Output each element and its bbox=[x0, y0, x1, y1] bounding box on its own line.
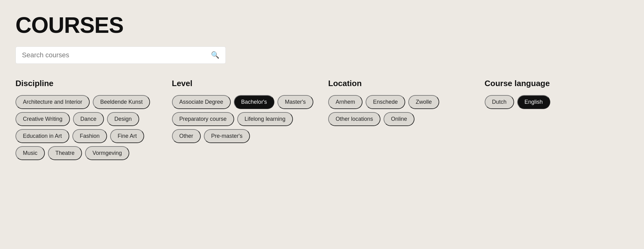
filter-section-level: LevelAssociate DegreeBachelor'sMaster'sP… bbox=[172, 79, 316, 160]
tag-lifelong-learning[interactable]: Lifelong learning bbox=[237, 112, 293, 126]
tag-other-locations[interactable]: Other locations bbox=[328, 112, 380, 126]
tag-design[interactable]: Design bbox=[107, 112, 139, 126]
filter-section-location: LocationArnhemEnschedeZwolleOther locati… bbox=[328, 79, 472, 160]
page-title: COURSES bbox=[15, 12, 629, 38]
filter-tags-location: ArnhemEnschedeZwolleOther locationsOnlin… bbox=[328, 95, 472, 126]
tag-theatre[interactable]: Theatre bbox=[48, 146, 82, 160]
filter-section-course-language: Course languageDutchEnglish bbox=[485, 79, 629, 160]
tag-preparatory-course[interactable]: Preparatory course bbox=[172, 112, 234, 126]
tag-vormgeving[interactable]: Vormgeving bbox=[85, 146, 129, 160]
tag-associate-degree[interactable]: Associate Degree bbox=[172, 95, 231, 109]
filter-tags-level: Associate DegreeBachelor'sMaster'sPrepar… bbox=[172, 95, 316, 143]
tag-fashion[interactable]: Fashion bbox=[72, 129, 107, 143]
tag-dance[interactable]: Dance bbox=[73, 112, 104, 126]
filter-tags-discipline: Architecture and InteriorBeeldende Kunst… bbox=[15, 95, 160, 160]
search-container: 🔍 bbox=[15, 46, 226, 64]
search-icon: 🔍 bbox=[211, 51, 219, 59]
filter-title-course-language: Course language bbox=[485, 79, 629, 88]
tag-dutch[interactable]: Dutch bbox=[485, 95, 514, 109]
tag-music[interactable]: Music bbox=[15, 146, 45, 160]
tag-fine-art[interactable]: Fine Art bbox=[110, 129, 144, 143]
filter-section-discipline: DisciplineArchitecture and InteriorBeeld… bbox=[15, 79, 160, 160]
tag-beeldende[interactable]: Beeldende Kunst bbox=[93, 95, 150, 109]
filters-row: DisciplineArchitecture and InteriorBeeld… bbox=[15, 79, 629, 160]
filter-tags-course-language: DutchEnglish bbox=[485, 95, 629, 109]
search-box: 🔍 bbox=[15, 46, 226, 64]
tag-pre-masters[interactable]: Pre-master's bbox=[204, 129, 250, 143]
tag-creative-writing[interactable]: Creative Writing bbox=[15, 112, 70, 126]
filter-title-location: Location bbox=[328, 79, 472, 88]
filter-title-level: Level bbox=[172, 79, 316, 88]
search-input[interactable] bbox=[22, 51, 211, 59]
filter-title-discipline: Discipline bbox=[15, 79, 160, 88]
tag-english[interactable]: English bbox=[517, 95, 550, 109]
tag-education-in-art[interactable]: Education in Art bbox=[15, 129, 69, 143]
tag-bachelors[interactable]: Bachelor's bbox=[234, 95, 274, 109]
tag-other[interactable]: Other bbox=[172, 129, 201, 143]
tag-masters[interactable]: Master's bbox=[277, 95, 313, 109]
tag-enschede[interactable]: Enschede bbox=[366, 95, 405, 109]
tag-online[interactable]: Online bbox=[384, 112, 414, 126]
tag-arnhem[interactable]: Arnhem bbox=[328, 95, 363, 109]
tag-zwolle[interactable]: Zwolle bbox=[408, 95, 439, 109]
tag-architecture[interactable]: Architecture and Interior bbox=[15, 95, 90, 109]
